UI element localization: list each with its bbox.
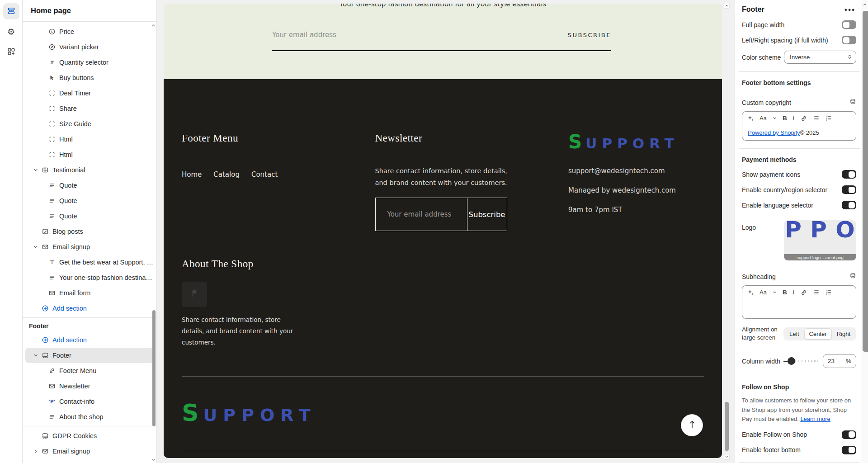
- scroll-to-top-button[interactable]: [681, 414, 703, 436]
- sidebar-item-share[interactable]: Share: [25, 101, 154, 116]
- text-lines-icon: [48, 197, 56, 204]
- toggle-enable-footer-bottom[interactable]: [842, 446, 856, 454]
- copyright-link[interactable]: Powered by Shopify: [748, 129, 800, 136]
- link-button[interactable]: [800, 115, 807, 122]
- magic-icon[interactable]: [747, 115, 754, 122]
- app-block-icon: [48, 136, 56, 143]
- bold-button[interactable]: B: [783, 115, 787, 122]
- sidebar-item-quote[interactable]: Quote: [25, 193, 154, 208]
- alignment-option-right[interactable]: Right: [832, 328, 855, 340]
- magic-icon[interactable]: [747, 289, 754, 296]
- learn-more-link[interactable]: Learn more: [800, 416, 830, 422]
- sidebar-item-quantity-selector[interactable]: #Quantity selector: [25, 55, 154, 70]
- subheading-content[interactable]: [742, 299, 856, 318]
- sidebar-item-label: Testimonial: [52, 166, 85, 174]
- sidebar-item-quote[interactable]: Quote: [25, 208, 154, 224]
- theme-settings-button[interactable]: ⚙: [3, 24, 19, 40]
- sidebar-item-html[interactable]: Html: [25, 132, 154, 147]
- chevron-down-icon[interactable]: [772, 116, 777, 121]
- more-options-button[interactable]: ●●●: [844, 6, 856, 13]
- alignment-option-left[interactable]: Left: [784, 328, 804, 340]
- copyright-editor: AaBI123 Powered by Shopify© 2025: [742, 111, 856, 141]
- footer-link-home[interactable]: Home: [182, 170, 202, 179]
- sidebar-item-footer-menu[interactable]: Footer Menu: [25, 363, 154, 378]
- sidebar-item-email-form[interactable]: Email form: [25, 285, 154, 301]
- follow-on-shop-heading: Follow on Shop: [742, 383, 856, 391]
- column-width-slider[interactable]: [783, 357, 818, 365]
- panel-scroll-up-icon[interactable]: [861, 2, 868, 7]
- copyright-content[interactable]: Powered by Shopify© 2025: [742, 125, 856, 140]
- chevron-down-icon[interactable]: [33, 244, 39, 250]
- bullet-list-button[interactable]: [813, 115, 820, 122]
- dynamic-source-icon[interactable]: [849, 272, 856, 281]
- sidebar-item-testimonial[interactable]: Testimonial: [25, 162, 154, 178]
- add-section-button[interactable]: Add section: [25, 332, 154, 348]
- text-style-button[interactable]: Aa: [760, 289, 767, 296]
- footer-link-catalog[interactable]: Catalog: [213, 170, 240, 179]
- chevron-down-icon[interactable]: [33, 352, 39, 359]
- slider-knob[interactable]: [788, 357, 795, 365]
- color-scheme-select[interactable]: Inverse: [784, 51, 856, 64]
- column-width-value[interactable]: 23 %: [823, 354, 856, 368]
- alignment-label: Alignment on large screen: [742, 326, 782, 342]
- text-style-button[interactable]: Aa: [760, 115, 767, 122]
- sidebar-scroll-down-icon[interactable]: [151, 457, 156, 462]
- panel-scrollbar-thumb[interactable]: [863, 11, 868, 352]
- sidebar-scrollbar-thumb[interactable]: [152, 310, 156, 426]
- italic-button[interactable]: I: [793, 114, 795, 122]
- preview-scrollbar-thumb[interactable]: [725, 402, 729, 451]
- sidebar-item-price[interactable]: $Price: [25, 24, 154, 39]
- bold-button[interactable]: B: [783, 289, 787, 296]
- dynamic-source-icon[interactable]: [849, 98, 856, 107]
- toggle-full-page-width[interactable]: [842, 20, 856, 29]
- sidebar-item-email-signup[interactable]: Email signup: [25, 239, 154, 255]
- toggle-enable-language-selector[interactable]: [842, 201, 856, 209]
- sidebar-item-quote[interactable]: Quote: [25, 178, 154, 193]
- alignment-option-center[interactable]: Center: [804, 328, 832, 340]
- newsletter-subscribe-button[interactable]: Subscribe: [467, 198, 507, 231]
- chevron-down-icon[interactable]: [33, 167, 39, 173]
- link-button[interactable]: [800, 289, 807, 296]
- sidebar-item-size-guide[interactable]: Size Guide: [25, 116, 154, 132]
- panel-divider: [739, 71, 860, 72]
- app-embeds-button[interactable]: [3, 44, 19, 60]
- add-section-button[interactable]: Add section: [25, 301, 154, 316]
- sections-tab-button[interactable]: [3, 3, 19, 19]
- toggle-left-right-spacing-if-full-width[interactable]: [842, 36, 856, 44]
- subheading-toolbar: AaBI123: [742, 286, 856, 299]
- preview-scroll-up-icon[interactable]: [724, 3, 730, 9]
- sidebar-item-email-signup[interactable]: Email signup: [25, 444, 154, 459]
- sidebar-item-newsletter[interactable]: Newsletter: [25, 378, 154, 394]
- numbered-list-button[interactable]: 123: [825, 115, 832, 122]
- sidebar-item-buy-buttons[interactable]: Buy buttons: [25, 70, 154, 85]
- chevron-right-icon[interactable]: [33, 448, 39, 454]
- toggle-show-payment-icons[interactable]: [842, 170, 856, 179]
- numbered-list-button[interactable]: 123: [825, 289, 832, 296]
- sidebar-scroll-up-icon[interactable]: [151, 23, 156, 28]
- sidebar-item-html[interactable]: Html: [25, 147, 154, 162]
- sidebar-item-gdpr-cookies[interactable]: GDPR Cookies: [25, 428, 154, 444]
- signup-subscribe-button[interactable]: SUBSCRIBE: [568, 32, 611, 38]
- footer-link-contact[interactable]: Contact: [251, 170, 278, 179]
- svg-text:3: 3: [826, 293, 827, 295]
- sidebar-item-variant-picker[interactable]: Variant picker: [25, 39, 154, 55]
- sidebar-item-deal-timer[interactable]: Deal Timer: [25, 85, 154, 101]
- italic-button[interactable]: I: [793, 288, 795, 296]
- sidebar-item-about-the-shop[interactable]: About the shop: [25, 409, 154, 425]
- toggle-enable-country-region-selector[interactable]: [842, 185, 856, 194]
- panel-scrollbar[interactable]: [861, 0, 868, 463]
- logo-thumbnail[interactable]: P P O support-logo... arent.png: [784, 220, 856, 260]
- signup-email-input[interactable]: Your email address: [272, 31, 336, 39]
- toggle-enable-follow-on-shop[interactable]: [842, 430, 856, 439]
- newsletter-email-input[interactable]: Your email address: [376, 198, 467, 231]
- sidebar-item-blog-posts[interactable]: Blog posts: [25, 224, 154, 239]
- sidebar-item-contact-info[interactable]: ’P’Contact-info: [25, 394, 154, 409]
- sidebar-item-your-one-stop-fashion-destinati[interactable]: Your one-stop fashion destinati...: [25, 270, 154, 285]
- sidebar-item-get-the-best-wear-at-support-th[interactable]: TGet the best wear at Support, th...: [25, 255, 154, 270]
- chevron-down-icon[interactable]: [772, 290, 777, 295]
- preview-scroll-down-icon[interactable]: [724, 454, 730, 460]
- sidebar-item-footer[interactable]: Footer: [25, 348, 154, 363]
- chevron-spacer: [33, 433, 39, 439]
- bullet-list-button[interactable]: [813, 289, 820, 296]
- payment-toggles: Show payment iconsEnable country/region …: [742, 170, 856, 209]
